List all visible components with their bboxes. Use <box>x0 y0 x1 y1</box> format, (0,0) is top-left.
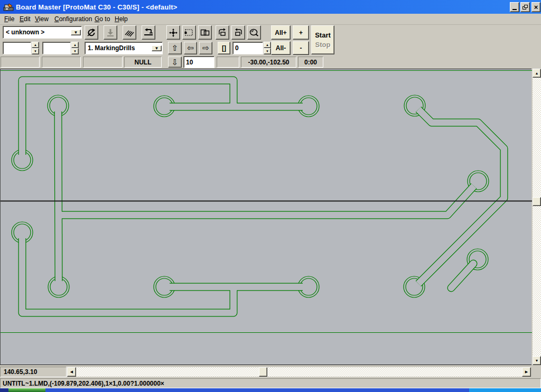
menu-item-view[interactable]: View <box>35 15 49 23</box>
chevron-down-icon[interactable]: ▼ <box>71 30 81 35</box>
move-down-button[interactable]: ⇩ <box>168 57 182 68</box>
minus-button[interactable]: - <box>293 41 309 55</box>
machine-status-panel-2 <box>42 57 81 68</box>
spin-down-icon[interactable]: ▼ <box>32 48 39 54</box>
move-right-button[interactable]: ⇨ <box>199 42 212 54</box>
select-area-button[interactable] <box>182 25 196 40</box>
x-spinner[interactable]: ▲▼ <box>32 42 39 54</box>
horizontal-scrollbar[interactable]: ◀ ▶ <box>67 367 531 377</box>
all-minus-label: All- <box>276 44 286 52</box>
tool-combo[interactable]: 1. MarkingDrills ▼ <box>85 42 163 54</box>
taskbar-sliver-lightblue <box>469 388 541 392</box>
rotate-right-button[interactable] <box>231 25 245 40</box>
menu-item-help[interactable]: Help <box>115 15 128 23</box>
scrollbar-corner <box>531 367 541 377</box>
rotate-left-button[interactable] <box>216 25 229 40</box>
scroll-up-button[interactable]: ▲ <box>533 69 541 78</box>
plus-label: + <box>299 29 303 36</box>
title-bar[interactable]: Board Master [ProtoMat C30 - C30/S] - <d… <box>0 0 541 14</box>
close-button[interactable]: × <box>531 2 540 12</box>
taskbar-sliver <box>0 388 8 392</box>
spin-up-icon[interactable]: ▲ <box>71 42 79 48</box>
taskbar-sliver-blue <box>45 388 469 392</box>
vertical-scroll-thumb[interactable] <box>533 197 541 206</box>
all-plus-button[interactable]: All+ <box>271 25 291 40</box>
select-area-icon <box>184 28 194 38</box>
rotate-right-icon <box>233 28 244 38</box>
minimize-icon <box>512 9 517 10</box>
up-arrow-icon: ⇧ <box>172 43 179 53</box>
spindle-toggle-button[interactable] <box>85 25 98 40</box>
menu-item-file[interactable]: File <box>4 15 14 23</box>
menu-bar: FileEditViewConfigurationGo toHelp <box>0 14 541 25</box>
start-label: Start <box>315 31 331 39</box>
y-coordinate-field[interactable] <box>42 42 71 54</box>
restore-icon <box>523 5 528 10</box>
down-arrow-icon: ⇩ <box>172 58 179 67</box>
machine-status-panel-1 <box>1 57 40 68</box>
elapsed-time-panel: 0:00 <box>298 57 323 68</box>
production-phase-combo[interactable]: < unknown > ▼ <box>3 26 82 39</box>
pan-icon <box>168 28 179 38</box>
toolbar: < unknown > ▼ <box>0 25 541 69</box>
window-title: Board Master [ProtoMat C30 - C30/S] - <d… <box>16 3 178 11</box>
left-arrow-icon: ⇦ <box>187 43 194 53</box>
overlap-windows-icon <box>200 28 210 38</box>
spin-up-icon[interactable]: ▲ <box>264 42 271 48</box>
cursor-position-value: 140.65,3.10 <box>4 368 37 376</box>
y-spinner[interactable]: ▲▼ <box>71 42 79 54</box>
rubout-hatch-icon <box>124 29 135 37</box>
right-arrow-icon: ⇨ <box>202 43 209 53</box>
spin-down-icon[interactable]: ▼ <box>264 48 271 54</box>
repeat-spinner[interactable]: ▲▼ <box>264 42 271 54</box>
scroll-down-button[interactable]: ▼ <box>533 356 541 365</box>
plus-button[interactable]: + <box>293 25 309 40</box>
rubout-hatch-button[interactable] <box>123 25 136 40</box>
start-stop-button[interactable]: Start Stop <box>311 25 334 54</box>
stop-label: Stop <box>315 41 331 49</box>
head-position-panel: -30.00,-102.50 <box>241 57 296 68</box>
spin-down-icon[interactable]: ▼ <box>71 48 79 54</box>
vertical-scrollbar[interactable]: ▲ ▼ <box>533 69 541 365</box>
close-icon: × <box>534 5 538 10</box>
repeat-count-field[interactable] <box>232 42 263 54</box>
menu-item-configuration[interactable]: Configuration <box>54 15 92 23</box>
scroll-left-button[interactable]: ◀ <box>67 367 76 377</box>
current-tool-label: NULL <box>135 59 152 66</box>
taskbar-sliver-green <box>8 388 45 392</box>
bracket-button[interactable]: [] <box>218 42 230 54</box>
chevron-down-icon[interactable]: ▼ <box>152 45 162 51</box>
minus-label: - <box>300 44 302 52</box>
move-up-button[interactable]: ⇧ <box>168 42 182 54</box>
status-bar-text: UNTITL~1.LMD,(-109.879,202.406),1×1,0.00… <box>3 380 164 387</box>
scroll-right-button[interactable]: ▶ <box>522 367 531 377</box>
elapsed-time-value: 0:00 <box>304 59 317 66</box>
tool-down-button[interactable] <box>104 25 117 40</box>
tool-exchange-button[interactable] <box>142 25 155 40</box>
minimize-button[interactable] <box>510 2 519 12</box>
move-left-button[interactable]: ⇦ <box>184 42 197 54</box>
all-minus-button[interactable]: All- <box>271 41 291 55</box>
zoom-button[interactable] <box>247 25 261 40</box>
pan-button[interactable] <box>166 25 180 40</box>
spare-panel <box>217 57 239 68</box>
restore-button[interactable] <box>520 2 530 12</box>
bracket-label: [] <box>222 44 226 52</box>
pcb-canvas[interactable] <box>0 69 531 365</box>
production-phase-value: < unknown > <box>3 29 70 36</box>
tool-exchange-icon <box>143 28 154 38</box>
menu-item-edit[interactable]: Edit <box>20 15 31 23</box>
app-icon <box>3 3 14 11</box>
horizontal-scroll-thumb[interactable] <box>259 367 267 377</box>
x-coordinate-field[interactable] <box>3 42 31 54</box>
pcb-layout-drawing <box>1 69 532 366</box>
current-tool-panel: NULL <box>124 57 162 68</box>
menu-item-go-to[interactable]: Go to <box>95 15 110 23</box>
zoom-icon <box>249 28 259 38</box>
step-size-field[interactable] <box>183 56 214 68</box>
cursor-position-panel: 140.65,3.10 <box>0 367 67 377</box>
rotate-left-icon <box>217 28 228 38</box>
overlap-windows-button[interactable] <box>198 25 212 40</box>
spin-up-icon[interactable]: ▲ <box>32 42 39 48</box>
board-master-window: Board Master [ProtoMat C30 - C30/S] - <d… <box>0 0 541 392</box>
